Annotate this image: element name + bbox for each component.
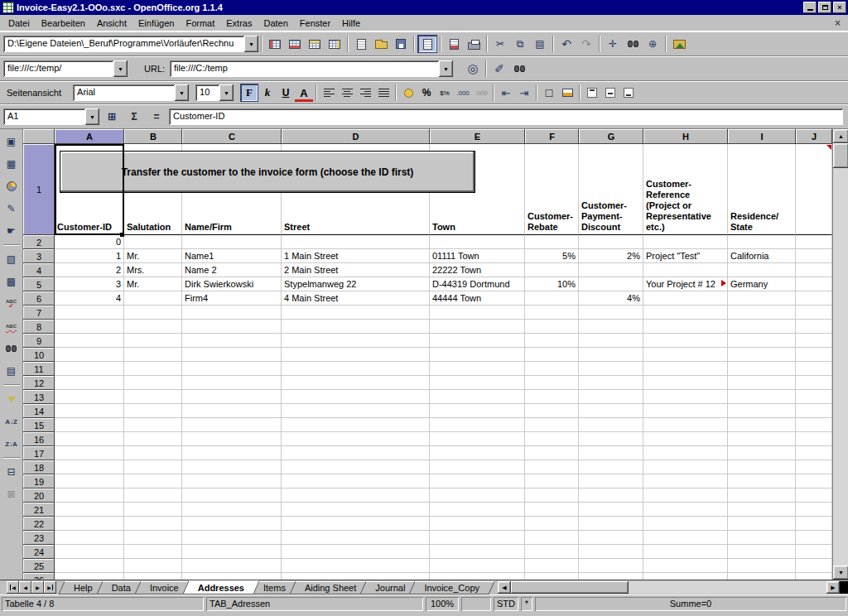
find-replace-button[interactable] [2, 339, 22, 358]
cell-A10[interactable] [55, 348, 124, 362]
autofilter-button[interactable] [2, 390, 22, 408]
cell-I21[interactable] [728, 503, 796, 517]
insert-hyperlink-button[interactable]: ⊕ [643, 35, 662, 53]
row-header-11[interactable]: 11 [23, 362, 55, 376]
cell-J19[interactable] [796, 474, 832, 488]
vertical-scroll-thumb[interactable] [833, 143, 848, 168]
cell-A14[interactable] [55, 404, 124, 418]
cell-G8[interactable] [579, 320, 643, 334]
url-dropdown[interactable]: ▼ [439, 60, 453, 77]
cell-B9[interactable] [124, 334, 182, 348]
col-header-G[interactable]: G [579, 129, 643, 144]
row-header-6[interactable]: 6 [23, 291, 55, 306]
cell-C7[interactable] [182, 306, 282, 320]
cell-D11[interactable] [282, 362, 430, 376]
cell-F24[interactable] [525, 545, 579, 559]
minimize-button[interactable] [803, 2, 817, 13]
background-color-button[interactable] [558, 84, 576, 102]
cell-J22[interactable] [796, 517, 832, 531]
cell-I19[interactable] [728, 474, 796, 488]
cell-G3[interactable]: 2% [579, 249, 643, 263]
italic-button[interactable]: k [258, 84, 277, 102]
row-header-2[interactable]: 2 [23, 235, 55, 249]
cell-A24[interactable] [55, 545, 124, 559]
cell-B8[interactable] [124, 320, 182, 334]
cell-H13[interactable] [643, 390, 728, 404]
cell-J24[interactable] [796, 545, 832, 559]
cell-A9[interactable] [55, 334, 124, 348]
font-name-combo[interactable]: Arial ▼ [73, 84, 189, 101]
cell-A7[interactable] [55, 306, 124, 320]
cell-H17[interactable] [643, 446, 728, 460]
internet-target-button[interactable]: ◎ [463, 60, 483, 78]
cell-E20[interactable] [430, 488, 525, 503]
row-header-23[interactable]: 23 [23, 531, 55, 545]
cell-G5[interactable] [579, 277, 643, 291]
cell-I24[interactable] [728, 545, 796, 559]
select-all-corner[interactable] [23, 129, 55, 144]
menu-fenster[interactable]: Fenster [294, 17, 336, 30]
paste-button[interactable]: ▤ [530, 35, 550, 53]
cell-J23[interactable] [796, 531, 832, 545]
row-header-3[interactable]: 3 [23, 249, 55, 263]
cell-C10[interactable] [182, 348, 282, 362]
document-close-icon[interactable]: × [835, 17, 841, 29]
cut-button[interactable]: ✂ [490, 35, 510, 53]
cell-H4[interactable] [643, 263, 728, 277]
cell-B23[interactable] [124, 531, 182, 545]
cell-F9[interactable] [525, 334, 579, 348]
cell-E6[interactable]: 44444 Town [430, 291, 525, 306]
cell-H23[interactable] [643, 531, 728, 545]
sum-button[interactable]: Σ [124, 108, 144, 125]
cell-C6[interactable]: Firm4 [182, 291, 282, 306]
cell-I8[interactable] [728, 320, 796, 334]
cell-B12[interactable] [124, 376, 182, 390]
col-header-I[interactable]: I [728, 129, 796, 144]
cell-C24[interactable] [182, 545, 282, 559]
col-header-H[interactable]: H [643, 129, 728, 144]
cell-J26[interactable] [796, 573, 832, 580]
cell-G19[interactable] [579, 474, 643, 488]
cell-G16[interactable] [579, 432, 643, 446]
cell-F8[interactable] [525, 320, 579, 334]
group-button[interactable]: ⊟ [2, 463, 22, 481]
cell-D5[interactable]: Stypelmanweg 22 [282, 277, 430, 291]
cell-J7[interactable] [796, 306, 832, 320]
cell-B10[interactable] [124, 348, 182, 362]
cell-C19[interactable] [182, 474, 282, 488]
cell-D24[interactable] [282, 545, 430, 559]
cell-A23[interactable] [55, 531, 124, 545]
cell-D8[interactable] [282, 320, 430, 334]
cell-D12[interactable] [282, 376, 430, 390]
undo-button[interactable]: ↶ [556, 35, 576, 53]
url-combo[interactable]: file:///C:/temp ▼ [170, 60, 453, 77]
cell-E17[interactable] [430, 446, 525, 460]
menu-ansicht[interactable]: Ansicht [91, 17, 132, 30]
cell-F19[interactable] [525, 474, 579, 488]
save-button[interactable] [391, 35, 411, 53]
address-dropdown[interactable]: ▼ [113, 60, 128, 77]
gallery-button[interactable] [669, 35, 689, 53]
row-header-19[interactable]: 19 [23, 474, 55, 488]
cell-A26[interactable] [55, 573, 124, 580]
cell-A4[interactable]: 2 [55, 263, 124, 277]
cell-C16[interactable] [182, 432, 282, 446]
cell-I15[interactable] [728, 418, 796, 432]
cell-H8[interactable] [643, 320, 728, 334]
cell-D19[interactable] [282, 474, 430, 488]
cell-J21[interactable] [796, 503, 832, 517]
delete-decimal-button[interactable]: .000 [472, 84, 490, 102]
cell-B17[interactable] [124, 446, 182, 460]
cell-G6[interactable]: 4% [579, 291, 643, 306]
document-path-value[interactable]: D:\Eigene Dateien\_Beruf\Programme\Vorlä… [3, 36, 244, 52]
scroll-left-button[interactable]: ◀ [498, 581, 511, 594]
cell-I11[interactable] [728, 362, 796, 376]
cell-D4[interactable]: 2 Main Street [282, 263, 430, 277]
horizontal-scroll-track[interactable] [629, 581, 826, 594]
cell-C14[interactable] [182, 404, 282, 418]
row-header-1[interactable]: 1 [23, 144, 55, 235]
cell-A12[interactable] [55, 376, 124, 390]
decrease-indent-button[interactable]: ⇤ [497, 84, 515, 102]
cell-C13[interactable] [182, 390, 282, 404]
cell-G4[interactable] [579, 263, 643, 277]
